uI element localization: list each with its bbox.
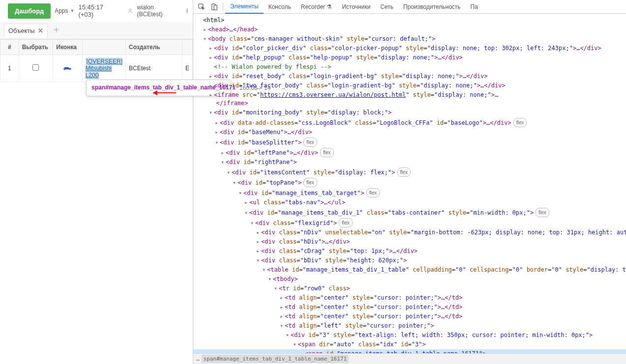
cell-name[interactable]: [OVERSEER] Mitsubishi L200: [82, 55, 125, 82]
user-name: wialon (BCEtest): [137, 4, 168, 18]
vehicle-icon: [62, 64, 72, 71]
apps-label: Apps: [55, 7, 68, 14]
dom-tree[interactable]: <html> <head>…</head> <body class="cms-m…: [193, 14, 626, 353]
cell-icon: [53, 55, 82, 82]
chevron-down-icon: ▼: [70, 8, 75, 13]
svg-rect-5: [214, 5, 217, 10]
breadcrumb-bar[interactable]: … span#manage_items_tab_div_1_table_name…: [193, 353, 626, 364]
app-pane: Дашборд Apps ▼ 15:45:17 (+03) wialon (BC…: [0, 0, 193, 364]
col-icon[interactable]: Иконка: [53, 40, 82, 55]
tab-objects[interactable]: Объекты ✕: [4, 24, 48, 37]
close-icon[interactable]: ✕: [38, 27, 43, 34]
logout-icon[interactable]: [183, 7, 189, 15]
devtab-more[interactable]: Па: [466, 0, 483, 13]
inspect-icon[interactable]: [195, 0, 208, 13]
add-tab-button[interactable]: +: [51, 25, 62, 36]
tab-label: Объекты: [8, 27, 35, 34]
devtab-elements[interactable]: Элементы: [225, 0, 264, 14]
devtab-recorder[interactable]: Recorder ⚗: [296, 0, 337, 13]
dashboard-button[interactable]: Дашборд: [8, 3, 51, 19]
table-header-row: # Выбрать Иконка Создатель: [0, 40, 193, 55]
devtools-pane: Элементы Консоль Recorder ⚗ Источники Се…: [193, 0, 626, 364]
devtab-sources[interactable]: Источники: [337, 0, 375, 13]
clock-text: 15:45:17 (+03): [78, 3, 109, 18]
cell-creator: BCEtest: [126, 55, 182, 82]
col-extra[interactable]: [182, 40, 193, 55]
svg-point-0: [129, 9, 131, 11]
cell-num: 1: [0, 55, 19, 82]
beaker-icon: ⚗: [327, 3, 332, 10]
devtab-network[interactable]: Сеть: [375, 0, 398, 13]
tabs-bar: Объекты ✕ +: [0, 22, 193, 39]
devtab-performance[interactable]: Производительность: [398, 0, 465, 13]
top-bar: Дашборд Apps ▼ 15:45:17 (+03) wialon (BC…: [0, 0, 193, 22]
apps-dropdown[interactable]: Apps ▼: [55, 7, 74, 14]
cell-extra: E: [182, 55, 193, 82]
col-creator[interactable]: Создатель: [126, 40, 182, 55]
user-block[interactable]: wialon (BCEtest): [127, 4, 168, 18]
user-icon: [127, 7, 133, 15]
object-name-link[interactable]: [OVERSEER] Mitsubishi L200: [86, 57, 122, 79]
device-toggle-icon[interactable]: [208, 0, 221, 13]
col-name[interactable]: [82, 40, 125, 55]
objects-table: # Выбрать Иконка Создатель 1: [0, 39, 193, 82]
crumb-selected[interactable]: span#manage_items_tab_div_1_table_name_1…: [202, 355, 349, 363]
crumb-more[interactable]: …: [196, 356, 200, 362]
cell-select: [19, 55, 53, 82]
grid-area: # Выбрать Иконка Создатель 1: [0, 39, 193, 364]
row-checkbox[interactable]: [32, 64, 39, 71]
col-select[interactable]: Выбрать: [19, 40, 53, 55]
col-num[interactable]: #: [0, 40, 19, 55]
devtools-tabbar: Элементы Консоль Recorder ⚗ Источники Се…: [193, 0, 626, 14]
table-row[interactable]: 1 [OVERSEER] Mitsubishi L200 BCEtest E: [0, 55, 193, 82]
devtab-console[interactable]: Консоль: [264, 0, 296, 13]
